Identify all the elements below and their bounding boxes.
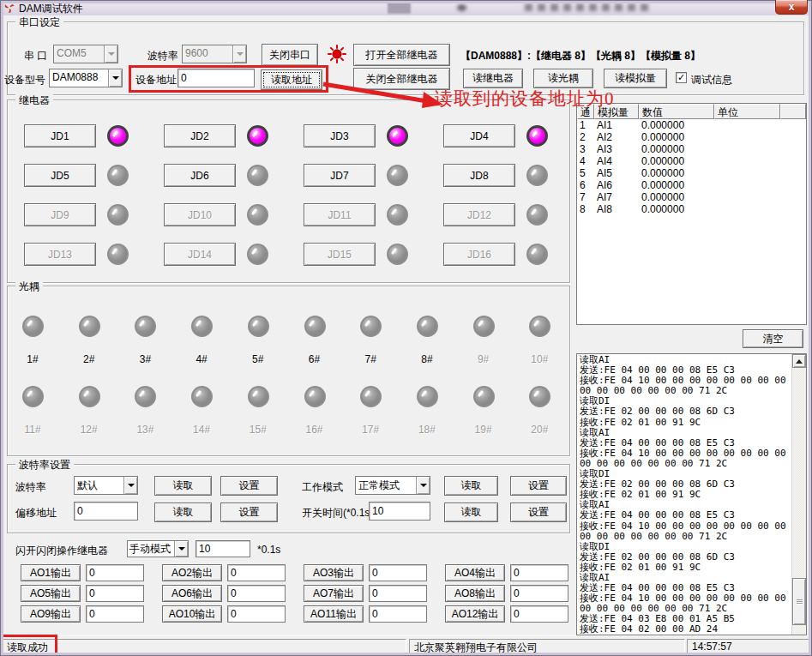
cell — [714, 167, 805, 179]
table-row[interactable]: 3AI30.000000 — [577, 143, 806, 155]
background-window-artifact — [525, 3, 649, 11]
ao-output-button-7[interactable]: AO7输出 — [304, 585, 364, 602]
annotation-arrow — [322, 81, 444, 110]
ao-value-input-1[interactable] — [86, 564, 144, 581]
cell: AI7 — [594, 191, 639, 203]
cell: 0.000000 — [639, 131, 714, 143]
window-title: DAM调试软件 — [19, 2, 83, 16]
ao-output-button-2[interactable]: AO2输出 — [162, 564, 222, 581]
cell: 7 — [577, 191, 594, 203]
cell: 1 — [577, 119, 594, 131]
ao-output-button-12[interactable]: AO12输出 — [445, 605, 505, 623]
log-scrollbar[interactable] — [791, 354, 806, 635]
ao-value-input-10[interactable] — [227, 605, 286, 623]
ao-output-button-6[interactable]: AO6输出 — [162, 585, 222, 602]
background-window-artifact — [457, 4, 466, 11]
cell: 0.000000 — [639, 203, 714, 215]
table-row[interactable]: 6AI60.000000 — [577, 179, 806, 191]
log-text: 读取AI 发送:FE 04 00 00 00 08 E5 C3 接收:FE 04… — [580, 355, 791, 635]
ao-value-input-2[interactable] — [227, 564, 286, 581]
title-bar: DAM调试软件 — [0, 0, 812, 15]
table-row[interactable]: 5AI50.000000 — [577, 167, 806, 179]
scrollbar-thumb[interactable] — [792, 578, 806, 625]
cell — [714, 155, 805, 167]
ao-output-button-10[interactable]: AO10输出 — [162, 605, 222, 623]
background-window-artifact — [388, 0, 411, 14]
ao-value-input-12[interactable] — [510, 605, 568, 623]
ao-output-button-8[interactable]: AO8输出 — [445, 585, 505, 602]
ao-value-input-3[interactable] — [369, 564, 427, 581]
close-button[interactable]: x — [775, 0, 808, 15]
ao-value-input-7[interactable] — [369, 585, 427, 602]
ao-value-input-8[interactable] — [510, 585, 568, 602]
cell: 0.000000 — [639, 143, 714, 155]
cell: AI1 — [594, 119, 639, 131]
cell: AI5 — [594, 167, 639, 179]
table-row[interactable]: 8AI80.000000 — [577, 203, 806, 215]
status-company: 北京聚英翱翔电子有限公司 — [409, 639, 685, 654]
ao-output-button-3[interactable]: AO3输出 — [304, 564, 364, 581]
status-message: 读取成功 — [2, 639, 406, 654]
ao-value-input-6[interactable] — [227, 585, 286, 602]
column-header-unit[interactable]: 单位 — [714, 104, 780, 119]
column-header-filler[interactable] — [780, 104, 806, 119]
cell: 0.000000 — [639, 119, 714, 131]
status-time: 14:57:57 — [687, 639, 810, 654]
cell: AI4 — [594, 155, 639, 167]
app-window: DAM调试软件 x 串口设定 串 口 COM5 波特率 9600 关闭串口 打开… — [0, 0, 812, 656]
cell: AI6 — [594, 179, 639, 191]
cell — [714, 119, 805, 131]
ao-value-input-9[interactable] — [86, 605, 144, 623]
cell: 2 — [577, 131, 594, 143]
table-row[interactable]: 2AI20.000000 — [577, 131, 806, 143]
ao-output-button-4[interactable]: AO4输出 — [445, 564, 505, 581]
ao-output-button-11[interactable]: AO11输出 — [304, 605, 364, 623]
cell: 8 — [577, 203, 594, 215]
analog-table: 通模拟量数值单位1AI10.0000002AI20.0000003AI30.00… — [576, 103, 807, 325]
cell: 0.000000 — [639, 155, 714, 167]
cell — [714, 143, 805, 155]
table-row[interactable]: 1AI10.000000 — [577, 119, 806, 131]
app-icon — [3, 2, 15, 14]
cell — [714, 191, 805, 203]
cell: 0.000000 — [639, 179, 714, 191]
cell — [714, 131, 805, 143]
table-row[interactable]: 7AI70.000000 — [577, 191, 806, 203]
ao-value-input-11[interactable] — [369, 605, 427, 623]
cell: AI2 — [594, 131, 639, 143]
cell: AI3 — [594, 143, 639, 155]
cell: 0.000000 — [639, 167, 714, 179]
cell — [714, 203, 805, 215]
cell: 4 — [577, 155, 594, 167]
scroll-up-icon[interactable] — [792, 354, 806, 368]
log-output[interactable]: 读取AI 发送:FE 04 00 00 00 08 E5 C3 接收:FE 04… — [576, 353, 807, 635]
ao-output-button-9[interactable]: AO9输出 — [21, 605, 81, 623]
clear-log-button[interactable]: 清空 — [743, 329, 803, 348]
cell: 0.000000 — [639, 191, 714, 203]
status-bar: 读取成功 北京聚英翱翔电子有限公司 14:57:57 — [0, 635, 812, 656]
ao-value-input-4[interactable] — [510, 564, 568, 581]
cell: 3 — [577, 143, 594, 155]
ao-output-button-5[interactable]: AO5输出 — [21, 585, 81, 602]
cell: AI8 — [594, 203, 639, 215]
ao-output-button-1[interactable]: AO1输出 — [21, 564, 81, 581]
ao-value-input-5[interactable] — [86, 585, 144, 602]
cell: 6 — [577, 179, 594, 191]
cell — [714, 179, 805, 191]
close-icon: x — [789, 1, 795, 13]
table-row[interactable]: 4AI40.000000 — [577, 155, 806, 167]
column-header-value[interactable]: 数值 — [639, 104, 714, 119]
cell: 5 — [577, 167, 594, 179]
annotation-text: 读取到的设备地址为0 — [435, 87, 615, 111]
